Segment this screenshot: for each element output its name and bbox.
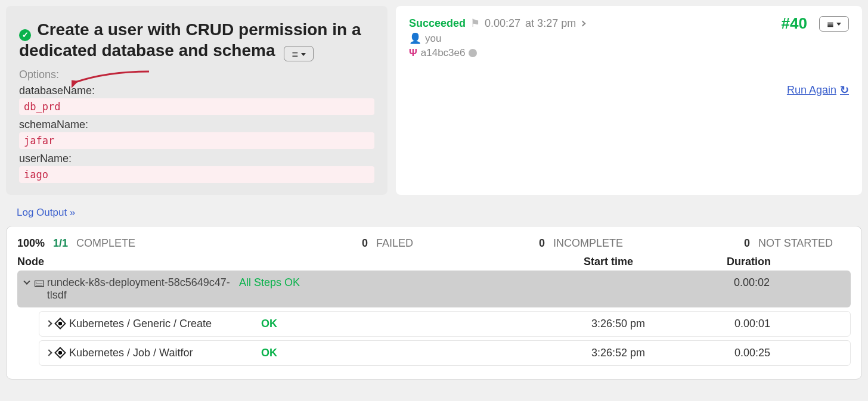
col-node: Node bbox=[17, 256, 232, 268]
step-status: OK bbox=[261, 347, 591, 359]
summary-row: 100% 1/1 COMPLETE 0 FAILED 0 INCOMPLETE … bbox=[17, 237, 851, 250]
node-duration: 0.00:02 bbox=[734, 276, 844, 289]
job-actions-menu[interactable]: ≣ bbox=[284, 46, 314, 61]
node-name: rundeck-k8s-deployment-58c5649c47-tlsdf bbox=[47, 276, 239, 301]
execution-status: Succeeded bbox=[409, 17, 466, 30]
status-success-icon bbox=[19, 29, 31, 41]
options-heading: Options: bbox=[19, 69, 374, 81]
option-row: databaseName: db_prd bbox=[19, 85, 374, 115]
summary-incomplete-count: 0 bbox=[539, 237, 545, 250]
plugin-icon bbox=[54, 347, 66, 359]
elapsed-time: 0.00:27 bbox=[485, 17, 520, 30]
summary-failed-label: FAILED bbox=[376, 237, 413, 250]
chevron-right-icon[interactable] bbox=[580, 20, 586, 26]
chevron-right-icon[interactable] bbox=[45, 350, 52, 356]
option-value: jafar bbox=[19, 132, 374, 149]
execution-user: you bbox=[425, 33, 441, 45]
log-output-link[interactable]: Log Output » bbox=[17, 207, 75, 219]
execution-time[interactable]: at 3:27 pm bbox=[525, 17, 576, 30]
option-value: iago bbox=[19, 166, 374, 183]
job-definition-panel: Create a user with CRUD permission in a … bbox=[6, 6, 388, 195]
run-again-link[interactable]: Run Again ↻ bbox=[787, 83, 849, 97]
summary-fraction: 1/1 bbox=[53, 237, 68, 250]
summary-failed-count: 0 bbox=[362, 237, 368, 250]
option-row: userName: iago bbox=[19, 153, 374, 183]
col-start: Start time bbox=[584, 256, 727, 268]
execution-summary-panel: Succeeded ⚑ 0.00:27 at 3:27 pm 👤 you Ψ a… bbox=[396, 6, 862, 195]
scm-hash: a14bc3e6 bbox=[421, 47, 466, 59]
summary-percent: 100% bbox=[17, 237, 45, 250]
refresh-icon: ↻ bbox=[840, 83, 849, 97]
chevron-right-icon[interactable] bbox=[45, 321, 52, 327]
chevron-down-icon[interactable] bbox=[23, 278, 30, 284]
option-label: databaseName: bbox=[19, 85, 374, 97]
person-icon: 👤 bbox=[409, 32, 421, 45]
option-label: schemaName: bbox=[19, 119, 374, 131]
step-duration: 0.00:01 bbox=[734, 318, 843, 330]
step-name: Kubernetes / Generic / Create bbox=[69, 318, 212, 330]
step-name: Kubernetes / Job / Waitfor bbox=[69, 347, 193, 359]
execution-actions-menu[interactable]: ≣ bbox=[819, 16, 849, 32]
summary-notstarted-label: NOT STARTED bbox=[758, 237, 833, 250]
step-row[interactable]: Kubernetes / Generic / Create OK 3:26:50… bbox=[39, 311, 851, 337]
step-duration: 0.00:25 bbox=[734, 347, 843, 359]
flag-icon: ⚑ bbox=[470, 17, 480, 30]
col-duration: Duration bbox=[727, 256, 851, 268]
node-status: All Steps OK bbox=[239, 276, 591, 289]
disc-icon bbox=[469, 49, 477, 57]
caret-down-icon bbox=[299, 49, 306, 58]
node-row[interactable]: 🖴 rundeck-k8s-deployment-58c5649c47-tlsd… bbox=[17, 271, 851, 307]
caret-down-icon bbox=[834, 19, 841, 29]
server-icon: 🖴 bbox=[34, 276, 45, 289]
run-number: #40 bbox=[782, 14, 807, 33]
option-label: userName: bbox=[19, 153, 374, 165]
summary-complete-label: COMPLETE bbox=[76, 237, 135, 250]
step-row[interactable]: Kubernetes / Job / Waitfor OK 3:26:52 pm… bbox=[39, 340, 851, 366]
plugin-icon bbox=[54, 318, 66, 329]
step-start: 3:26:52 pm bbox=[591, 347, 734, 359]
table-header: Node Start time Duration bbox=[17, 256, 851, 268]
summary-notstarted-count: 0 bbox=[744, 237, 750, 250]
nodes-panel: 100% 1/1 COMPLETE 0 FAILED 0 INCOMPLETE … bbox=[6, 226, 862, 380]
option-value: db_prd bbox=[19, 98, 374, 115]
summary-incomplete-label: INCOMPLETE bbox=[553, 237, 623, 250]
fork-icon: Ψ bbox=[409, 47, 417, 59]
step-start: 3:26:50 pm bbox=[591, 318, 734, 330]
step-status: OK bbox=[261, 318, 591, 330]
option-row: schemaName: jafar bbox=[19, 119, 374, 149]
